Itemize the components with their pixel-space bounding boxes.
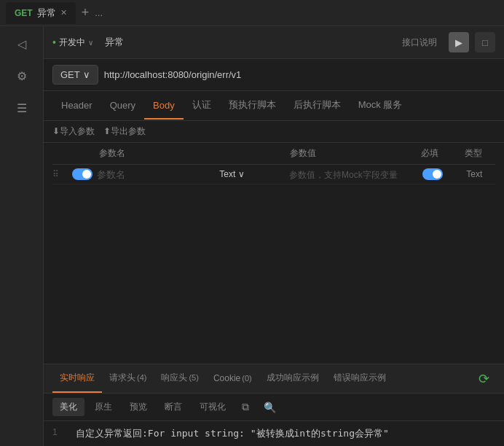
env-name-label: 开发中 [59,36,85,49]
method-chevron-icon: ∨ [83,69,90,80]
sidebar-list-icon[interactable]: ☰ [10,96,34,120]
method-selector[interactable]: GET ∨ [52,65,98,85]
value-col-header: 参数值 [290,147,408,160]
resp-tab-resp-badge: (5) [189,373,198,382]
save-icon: □ [482,37,488,48]
assert-tool[interactable]: 断言 [157,398,189,416]
req-tab-Query[interactable]: Query [101,93,144,120]
req-tab-认证[interactable]: 认证 [184,91,220,120]
response-tabs: 实时响应 请求头(4) 响应头(5) Cookie(0) 成功响应示例 错误响应… [44,364,504,394]
resp-tab-response-header[interactable]: 响应头(5) [154,364,205,393]
type-selector[interactable]: Text ∨ [219,169,289,179]
beautify-tool[interactable]: 美化 [52,398,84,416]
param-type-label: Text [454,169,495,179]
url-input[interactable] [104,69,495,80]
run-icon: ▶ [455,37,462,48]
body-toolbar: ⬇导入参数 ⬆导出参数 [44,121,504,143]
req-tab-Mock服务[interactable]: Mock 服务 [350,91,412,120]
req-tab-后执行脚本[interactable]: 后执行脚本 [285,91,350,120]
env-chevron-icon: ∨ [88,39,93,47]
add-tab-button[interactable]: + [79,5,92,20]
env-selector[interactable]: • 开发中 ∨ [52,36,93,49]
table-row: ⠿ Text ∨ Text [52,165,495,184]
enabled-switch[interactable] [72,168,92,180]
resp-tab-success-example[interactable]: 成功响应示例 [259,364,326,393]
line-number: 1 [52,427,67,440]
response-body: 1 自定义异常返回:For input string: "被转换成int的str… [44,421,504,446]
main-panel: • 开发中 ∨ 异常 接口说明 ▶ □ GET ∨ HeaderQueryBod… [44,26,504,446]
request-tabs: HeaderQueryBody认证预执行脚本后执行脚本Mock 服务 [44,91,504,121]
resp-tab-realtime-label: 实时响应 [60,372,95,383]
save-button[interactable]: □ [475,32,495,52]
req-tab-Body[interactable]: Body [144,93,184,120]
method-url-row: GET ∨ [44,59,504,91]
params-table: 参数名 参数值 必填 类型 ⠿ Text ∨ Text [44,143,504,364]
resp-tab-error-label: 错误响应示例 [334,372,386,383]
url-row: • 开发中 ∨ 异常 接口说明 ▶ □ [44,26,504,59]
row-toggle[interactable] [72,168,97,180]
raw-tool[interactable]: 原生 [87,398,119,416]
refresh-icon[interactable]: ⟳ [473,365,495,393]
more-tabs-icon[interactable]: ... [92,7,106,18]
table-header: 参数名 参数值 必填 类型 [52,143,495,165]
param-name-input[interactable] [97,169,219,180]
resp-tab-resp-label: 响应头 [161,372,187,383]
tab-name: 异常 [37,7,56,20]
row-drag-handle[interactable]: ⠿ [52,169,72,179]
active-tab[interactable]: GET 异常 ✕ [6,2,76,24]
resp-tab-error-example[interactable]: 错误响应示例 [326,364,393,393]
resp-tab-cookie[interactable]: Cookie(0) [206,366,259,392]
type-label-col-header: 类型 [452,147,495,160]
sidebar-back-icon[interactable]: ◁ [10,32,34,55]
tab-bar: GET 异常 ✕ + ... [0,0,504,26]
req-tab-预执行脚本[interactable]: 预执行脚本 [220,91,285,120]
response-section: 实时响应 请求头(4) 响应头(5) Cookie(0) 成功响应示例 错误响应… [44,364,504,446]
search-resp-icon[interactable]: 🔍 [258,399,282,416]
copy-icon[interactable]: ⧉ [236,398,255,416]
param-value-input[interactable] [289,169,412,180]
resp-tab-cookie-label: Cookie [213,373,240,383]
response-content: 自定义异常返回:For input string: "被转换成int的strin… [76,427,389,440]
resp-tab-request-header[interactable]: 请求头(4) [102,364,154,393]
method-label: GET [60,69,80,80]
resp-tab-success-label: 成功响应示例 [267,372,319,383]
sidebar: ◁ ⚙ ☰ [0,26,44,446]
resp-tab-req-badge: (4) [137,373,146,382]
env-dot: • [52,36,56,48]
required-col-header: 必填 [408,147,452,160]
resp-tab-req-label: 请求头 [109,372,135,383]
api-name-label: 异常 [105,36,124,49]
import-params-button[interactable]: ⬇导入参数 [52,125,95,138]
required-switch[interactable] [422,168,443,180]
visualize-tool[interactable]: 可视化 [192,398,233,416]
resp-tab-realtime[interactable]: 实时响应 [52,364,102,393]
sidebar-gear-icon[interactable]: ⚙ [10,64,34,87]
type-chevron-icon: ∨ [238,169,245,179]
preview-tool[interactable]: 预览 [122,398,154,416]
resp-tab-cookie-badge: (0) [242,374,251,383]
req-tab-Header[interactable]: Header [52,93,101,120]
type-label: Text [219,169,235,179]
tab-close-icon[interactable]: ✕ [60,8,67,17]
required-toggle[interactable] [412,168,453,180]
response-toolbar: 美化 原生 预览 断言 可视化 ⧉ 🔍 [44,394,504,421]
interface-description-button[interactable]: 接口说明 [396,34,443,52]
export-params-button[interactable]: ⬆导出参数 [103,125,146,138]
name-col-header: 参数名 [99,147,217,160]
run-button[interactable]: ▶ [449,32,469,52]
tab-method: GET [15,8,33,18]
